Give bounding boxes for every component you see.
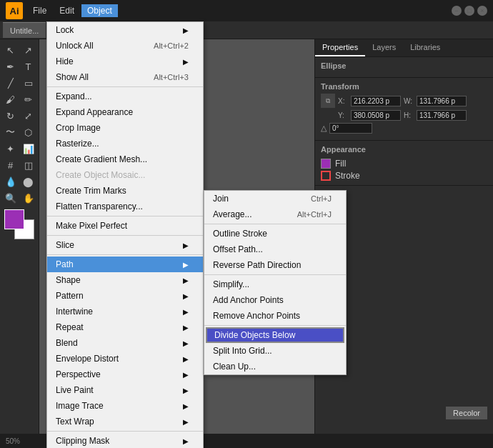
live-paint-arrow: ▶	[183, 387, 189, 394]
menu-unlock-all[interactable]: Unlock All Alt+Ctrl+2	[47, 38, 203, 54]
menu-make-pixel-perfect[interactable]: Make Pixel Perfect	[47, 218, 203, 234]
hand-tool[interactable]: ✋	[21, 190, 36, 206]
mesh-tool[interactable]: #	[3, 157, 19, 173]
sep-3	[47, 235, 203, 236]
tab-libraries[interactable]: Libraries	[403, 39, 447, 56]
direct-select-tool[interactable]: ↗	[21, 42, 36, 58]
menu-create-object-mosaic: Create Object Mosaic...	[47, 167, 203, 183]
select-tool[interactable]: ↖	[3, 42, 19, 58]
line-tool[interactable]: ╱	[3, 75, 19, 91]
submenu-split-grid[interactable]: Split Into Grid...	[204, 343, 346, 359]
gradient-tool[interactable]: ◫	[21, 157, 36, 173]
slice-arrow: ▶	[183, 242, 189, 249]
submenu-remove-anchor[interactable]: Remove Anchor Points	[204, 308, 346, 324]
path-sep-2	[204, 274, 346, 275]
title-bar-left: Ai File Edit Object	[6, 2, 118, 19]
menu-shape[interactable]: Shape ▶	[47, 272, 203, 288]
transform-section: Transform ⧉ X: W: Y: H: △	[315, 78, 493, 141]
menu-hide[interactable]: Hide ▶	[47, 54, 203, 69]
menu-expand-appearance[interactable]: Expand Appearance	[47, 104, 203, 120]
foreground-color-swatch[interactable]	[4, 209, 24, 229]
zoom-tool[interactable]: 🔍	[3, 190, 19, 206]
doc-tab[interactable]: Untitle...	[3, 22, 46, 38]
menu-file[interactable]: File	[27, 4, 52, 17]
menu-show-all[interactable]: Show All Alt+Ctrl+3	[47, 69, 203, 85]
menu-object[interactable]: Object	[81, 4, 118, 17]
menu-intertwine[interactable]: Intertwine ▶	[47, 304, 203, 319]
appearance-section: Appearance Fill Stroke	[315, 141, 493, 186]
recolor-button[interactable]: Recolor	[446, 407, 487, 419]
paintbrush-tool[interactable]: 🖌	[3, 91, 19, 107]
menu-path[interactable]: Path ▶	[47, 257, 203, 272]
angle-input[interactable]	[329, 123, 372, 134]
submenu-offset-path[interactable]: Offset Path...	[204, 242, 346, 257]
menu-clipping-mask[interactable]: Clipping Mask ▶	[47, 433, 203, 448]
tab-properties[interactable]: Properties	[315, 39, 365, 56]
menu-image-trace[interactable]: Image Trace ▶	[47, 398, 203, 414]
tool-row-8: # ◫	[1, 157, 37, 173]
menu-blend[interactable]: Blend ▶	[47, 335, 203, 351]
tab-layers[interactable]: Layers	[365, 39, 403, 56]
sep-4	[47, 254, 203, 255]
scale-tool[interactable]: ⤢	[21, 108, 36, 124]
submenu-add-anchor[interactable]: Add Anchor Points	[204, 292, 346, 308]
submenu-simplify[interactable]: Simplify...	[204, 277, 346, 292]
path-submenu: Join Ctrl+J Average... Alt+Ctrl+J Outlin…	[204, 190, 347, 375]
x-input[interactable]	[351, 96, 401, 106]
y-label: Y:	[338, 111, 348, 119]
menu-crop-image[interactable]: Crop Image	[47, 120, 203, 136]
tool-row-6: 〜 ⬡	[1, 124, 37, 140]
sep-5	[47, 431, 203, 432]
menu-create-trim-marks[interactable]: Create Trim Marks	[47, 183, 203, 199]
pencil-tool[interactable]: ✏	[21, 91, 36, 107]
blend-tool[interactable]: ⬤	[21, 174, 36, 189]
menu-repeat[interactable]: Repeat ▶	[47, 319, 203, 335]
column-graph-tool[interactable]: 📊	[21, 141, 36, 156]
menu-create-gradient-mesh[interactable]: Create Gradient Mesh...	[47, 151, 203, 167]
left-panel: ↖ ↗ ✒ T ╱ ▭ 🖌 ✏ ↻ ⤢ 〜 ⬡ ✦ 📊 # ◫ 💧 ⬤ 🔍 ✋	[0, 39, 39, 434]
close-button[interactable]: ×	[477, 6, 487, 16]
width-tool[interactable]: ⬡	[21, 124, 36, 140]
menu-pattern[interactable]: Pattern ▶	[47, 288, 203, 304]
submenu-divide-objects[interactable]: Divide Objects Below	[206, 327, 344, 343]
submenu-join[interactable]: Join Ctrl+J	[204, 191, 346, 206]
rotate-tool[interactable]: ↻	[3, 108, 19, 124]
tool-row-9: 💧 ⬤	[1, 174, 37, 189]
menu-perspective[interactable]: Perspective ▶	[47, 367, 203, 382]
menu-text-wrap[interactable]: Text Wrap ▶	[47, 414, 203, 429]
menu-expand[interactable]: Expand...	[47, 89, 203, 104]
type-tool[interactable]: T	[21, 59, 36, 74]
h-input[interactable]	[417, 110, 467, 121]
eyedropper-tool[interactable]: 💧	[3, 174, 19, 189]
path-sep-3	[204, 325, 346, 326]
submenu-clean-up[interactable]: Clean Up...	[204, 359, 346, 374]
transform-wh-row: Y: H:	[321, 110, 487, 121]
w-input[interactable]	[417, 96, 467, 106]
submenu-reverse-path[interactable]: Reverse Path Direction	[204, 257, 346, 273]
path-arrow: ▶	[183, 261, 189, 269]
maximize-button[interactable]: □	[464, 6, 474, 16]
minimize-button[interactable]: −	[452, 6, 462, 16]
submenu-average[interactable]: Average... Alt+Ctrl+J	[204, 206, 346, 222]
w-label: W:	[404, 97, 414, 105]
menu-flatten-transparency[interactable]: Flatten Transparency...	[47, 199, 203, 214]
sep-1	[47, 86, 203, 87]
menu-live-paint[interactable]: Live Paint ▶	[47, 382, 203, 398]
hide-arrow: ▶	[183, 58, 189, 66]
menu-edit[interactable]: Edit	[54, 4, 80, 17]
menu-envelope-distort[interactable]: Envelope Distort ▶	[47, 351, 203, 367]
symbol-tool[interactable]: ✦	[3, 141, 19, 156]
warp-tool[interactable]: 〜	[3, 124, 19, 140]
menu-lock[interactable]: Lock ▶	[47, 22, 203, 38]
menu-slice[interactable]: Slice ▶	[47, 237, 203, 253]
path-submenu-wrapper: Join Ctrl+J Average... Alt+Ctrl+J Outlin…	[204, 190, 347, 375]
stroke-swatch[interactable]	[321, 171, 331, 181]
image-trace-arrow: ▶	[183, 402, 189, 410]
pen-tool[interactable]: ✒	[3, 59, 19, 74]
y-input[interactable]	[351, 110, 401, 121]
text-wrap-arrow: ▶	[183, 418, 189, 426]
rect-tool[interactable]: ▭	[21, 75, 36, 91]
menu-rasterize[interactable]: Rasterize...	[47, 136, 203, 151]
submenu-outline-stroke[interactable]: Outline Stroke	[204, 226, 346, 242]
fill-swatch[interactable]	[321, 159, 331, 169]
